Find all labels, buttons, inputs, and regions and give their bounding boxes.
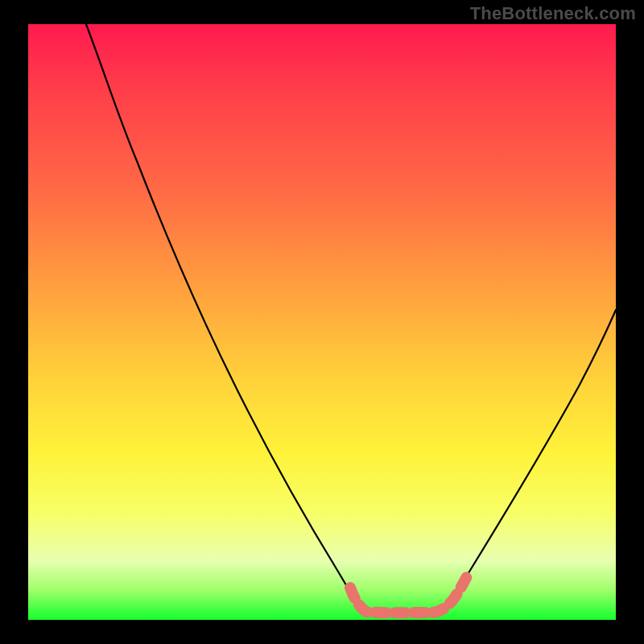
curve-main bbox=[85, 20, 616, 612]
chart-svg bbox=[28, 24, 616, 620]
watermark-text: TheBottleneck.com bbox=[470, 3, 636, 24]
plot-area bbox=[28, 24, 616, 620]
chart-frame: TheBottleneck.com bbox=[0, 0, 644, 644]
curve-optimal-band bbox=[350, 572, 469, 613]
